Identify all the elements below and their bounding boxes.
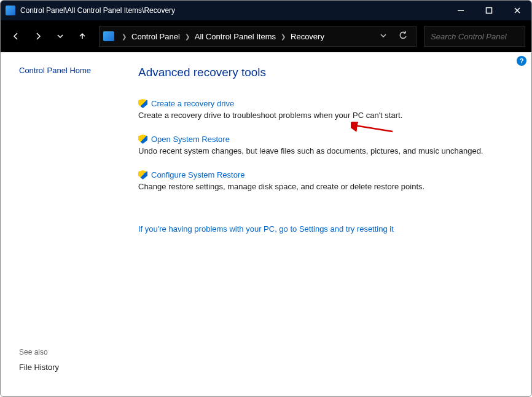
tool-open-system-restore: Open System Restore Undo recent system c… — [138, 135, 507, 155]
breadcrumb-all-items[interactable]: All Control Panel Items — [195, 32, 276, 41]
breadcrumb-recovery[interactable]: Recovery — [291, 32, 324, 41]
minimize-button[interactable] — [447, 1, 475, 20]
up-button[interactable] — [73, 27, 92, 45]
configure-system-restore-desc: Change restore settings, manage disk spa… — [138, 182, 507, 191]
svg-rect-0 — [487, 8, 492, 14]
content-area: ? Control Panel Home See also File Histo… — [1, 52, 531, 396]
window-title: Control Panel\All Control Panel Items\Re… — [20, 6, 447, 15]
file-history-link[interactable]: File History — [19, 363, 59, 372]
address-dropdown-icon[interactable] — [379, 31, 388, 42]
app-icon — [6, 6, 15, 15]
create-recovery-drive-link[interactable]: Create a recovery drive — [151, 99, 234, 108]
refresh-button[interactable] — [399, 31, 407, 42]
recent-locations-button[interactable] — [51, 27, 69, 45]
maximize-button[interactable] — [475, 1, 503, 20]
reset-pc-link[interactable]: If you're having problems with your PC, … — [138, 224, 394, 234]
chevron-right-icon: ❯ — [122, 33, 127, 40]
uac-shield-icon — [138, 170, 147, 179]
open-system-restore-link[interactable]: Open System Restore — [151, 135, 230, 144]
uac-shield-icon — [138, 99, 147, 108]
annotation-arrow — [351, 122, 394, 134]
back-button[interactable] — [7, 27, 25, 45]
nav-toolbar: ❯ Control Panel ❯ All Control Panel Item… — [1, 20, 531, 52]
address-bar[interactable]: ❯ Control Panel ❯ All Control Panel Item… — [99, 26, 417, 47]
control-panel-home-link[interactable]: Control Panel Home — [19, 66, 130, 75]
page-title: Advanced recovery tools — [138, 66, 507, 79]
sidebar: Control Panel Home See also File History — [1, 52, 130, 396]
see-also-header: See also — [19, 348, 59, 356]
window-titlebar: Control Panel\All Control Panel Items\Re… — [1, 1, 531, 20]
create-recovery-drive-desc: Create a recovery drive to troubleshoot … — [138, 111, 507, 120]
open-system-restore-desc: Undo recent system changes, but leave fi… — [138, 146, 507, 155]
tool-create-recovery-drive: Create a recovery drive Create a recover… — [138, 99, 507, 120]
close-button[interactable] — [503, 1, 531, 20]
svg-line-2 — [354, 125, 393, 132]
search-box[interactable] — [424, 26, 525, 47]
forward-button[interactable] — [29, 27, 47, 45]
configure-system-restore-link[interactable]: Configure System Restore — [151, 170, 244, 179]
location-icon — [103, 31, 114, 41]
chevron-right-icon: ❯ — [185, 33, 190, 40]
tool-configure-system-restore: Configure System Restore Change restore … — [138, 170, 507, 191]
search-input[interactable] — [431, 32, 532, 41]
chevron-right-icon: ❯ — [281, 33, 286, 40]
breadcrumb-control-panel[interactable]: Control Panel — [131, 32, 180, 41]
main-panel: Advanced recovery tools Create a recover… — [130, 52, 531, 396]
uac-shield-icon — [138, 135, 147, 144]
